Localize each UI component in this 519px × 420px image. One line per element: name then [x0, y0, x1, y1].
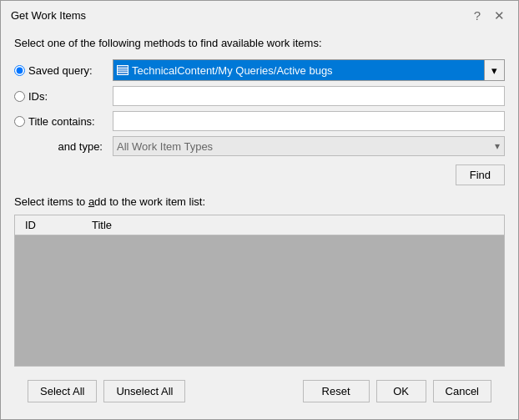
ids-radio-label[interactable]: IDs: [14, 90, 106, 103]
unselect-all-button[interactable]: Unselect All [103, 380, 185, 402]
table-body [15, 235, 504, 366]
title-column-header: Title [85, 218, 118, 232]
title-contains-input[interactable] [113, 111, 505, 131]
chevron-down-icon: ▾ [491, 64, 497, 77]
ok-button[interactable]: OK [376, 380, 426, 402]
saved-query-row: Saved query: TechnicalContent/My Qu [14, 59, 505, 81]
and-type-select[interactable]: All Work Item Types [113, 136, 505, 156]
dialog-title: Get Work Items [11, 9, 86, 22]
and-type-select-wrapper: All Work Item Types [113, 136, 505, 156]
title-bar-left: Get Work Items [11, 9, 86, 22]
id-column-header: ID [18, 218, 85, 232]
bottom-buttons-right: Reset OK Cancel [303, 380, 491, 402]
svg-rect-0 [118, 66, 128, 68]
find-button[interactable]: Find [456, 164, 505, 185]
title-contains-row: Title contains: [14, 111, 505, 131]
items-section-label: Select items to add to the work item lis… [14, 195, 505, 208]
bottom-buttons: Select All Unselect All Reset OK Cancel [14, 373, 505, 409]
dialog-body: Select one of the following methods to f… [1, 27, 518, 419]
dialog: Get Work Items ? ✕ Select one of the fol… [0, 0, 519, 420]
ids-radio[interactable] [14, 91, 25, 102]
svg-rect-2 [118, 71, 128, 73]
instruction-label: Select one of the following methods to f… [14, 37, 505, 49]
saved-query-selected: TechnicalContent/My Queries/Active bugs [113, 60, 484, 80]
query-table-icon [117, 65, 128, 75]
saved-query-value: TechnicalContent/My Queries/Active bugs [132, 64, 481, 77]
table-header: ID Title [15, 215, 504, 235]
title-radio[interactable] [14, 116, 25, 127]
saved-query-radio-label[interactable]: Saved query: [14, 64, 106, 77]
and-type-label: and type: [14, 140, 106, 153]
title-bar-right: ? ✕ [471, 8, 508, 23]
work-item-table: ID Title [14, 215, 505, 367]
and-type-row: and type: All Work Item Types [14, 136, 505, 156]
saved-query-label: Saved query: [28, 64, 93, 77]
svg-rect-3 [118, 73, 128, 74]
close-button[interactable]: ✕ [491, 8, 508, 23]
ids-input[interactable] [113, 86, 505, 106]
svg-rect-1 [118, 68, 128, 70]
find-row: Find [14, 164, 505, 185]
help-button[interactable]: ? [471, 8, 484, 23]
cancel-button[interactable]: Cancel [433, 380, 491, 402]
form-section: Saved query: TechnicalContent/My Qu [14, 59, 505, 156]
saved-query-dropdown[interactable]: TechnicalContent/My Queries/Active bugs … [113, 59, 505, 81]
ids-label: IDs: [28, 90, 48, 103]
saved-query-radio[interactable] [14, 65, 25, 76]
ids-row: IDs: [14, 86, 505, 106]
reset-button[interactable]: Reset [303, 380, 370, 402]
select-all-button[interactable]: Select All [28, 380, 97, 402]
title-contains-label: Title contains: [28, 115, 95, 128]
saved-query-arrow[interactable]: ▾ [484, 60, 504, 80]
title-radio-label[interactable]: Title contains: [14, 115, 106, 128]
title-bar: Get Work Items ? ✕ [1, 1, 518, 27]
